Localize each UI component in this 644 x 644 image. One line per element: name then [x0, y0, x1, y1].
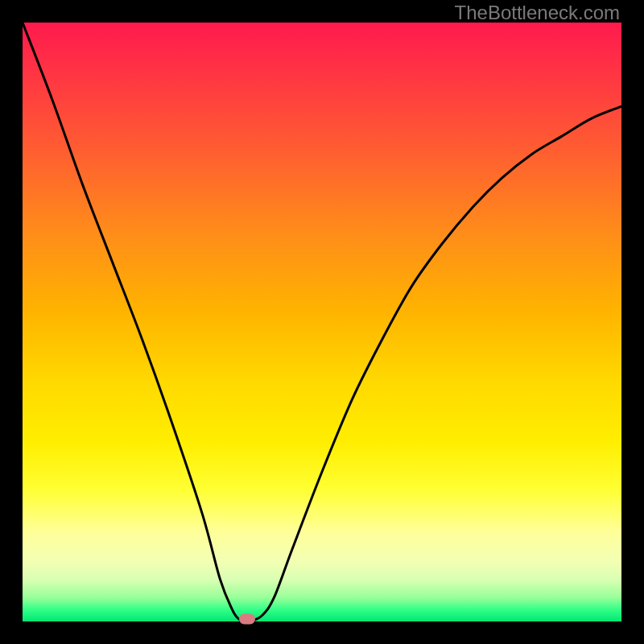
curve-minimum-marker	[239, 614, 255, 625]
plot-area	[23, 23, 621, 621]
bottleneck-curve	[23, 23, 621, 621]
chart-frame: TheBottleneck.com	[0, 0, 644, 644]
watermark-text: TheBottleneck.com	[455, 2, 620, 24]
